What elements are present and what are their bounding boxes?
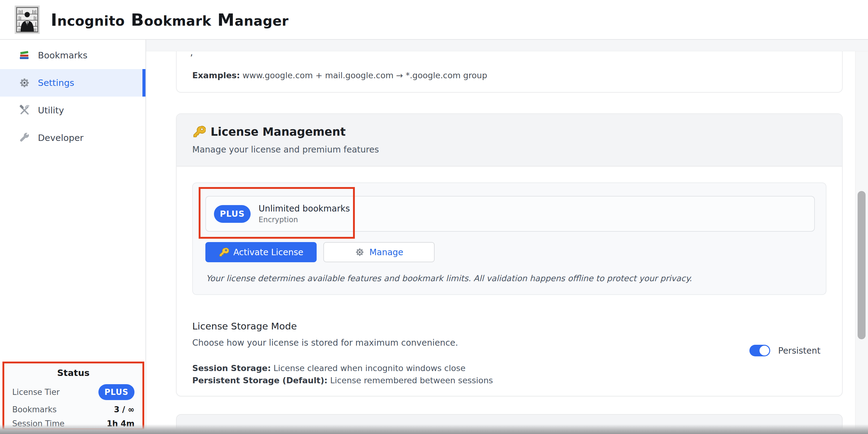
page-title: Incognito Bookmark Manager (51, 10, 293, 30)
sidebar-item-label: Settings (38, 78, 74, 88)
feature-subtitle: Encryption (258, 215, 350, 224)
title-initial: B (131, 10, 144, 30)
title-initial: M (217, 10, 235, 30)
license-buttons-row: Activate License Manage (206, 242, 435, 262)
app-logo (15, 5, 40, 34)
examples-label: Examples: (192, 71, 240, 80)
license-card-subtitle: Manage your license and premium features (192, 145, 842, 155)
vertical-scrollbar-thumb[interactable] (858, 191, 866, 339)
sidebar-item-label: Bookmarks (38, 50, 87, 61)
gear-icon (18, 76, 31, 90)
wrench-icon (18, 131, 31, 145)
manage-license-label: Manage (369, 247, 403, 257)
hammer-wrench-icon (18, 103, 31, 117)
activate-license-button[interactable]: Activate License (206, 242, 317, 262)
license-panel: PLUS Unlimited bookmarks Encryption Acti… (192, 183, 827, 295)
license-management-card: License Management Manage your license a… (176, 114, 843, 396)
persistent-storage-text: License remembered between sessions (328, 376, 493, 385)
bottom-edge-gradient (0, 424, 868, 434)
session-storage-text: License cleared when incognito windows c… (271, 363, 465, 373)
logo-art (17, 8, 37, 31)
title-rest: ookmark (144, 13, 211, 29)
persistent-storage-toggle[interactable] (749, 345, 770, 356)
scroll-top-band (146, 40, 868, 51)
key-icon (192, 125, 206, 138)
key-icon (219, 247, 229, 257)
title-rest: anager (235, 13, 288, 29)
sidebar: Bookmarks Settings (0, 40, 146, 434)
sidebar-item-utility[interactable]: Utility (0, 97, 146, 124)
sidebar-nav: Bookmarks Settings (0, 41, 146, 152)
license-features: Unlimited bookmarks Encryption (258, 204, 350, 224)
incognito-bookshelf-logo-image (16, 7, 38, 32)
books-icon (18, 49, 31, 62)
plus-tier-badge: PLUS (214, 205, 251, 223)
activate-license-label: Activate License (233, 247, 303, 257)
title-initial: I (51, 10, 57, 30)
bookmarks-count-label: Bookmarks (12, 405, 57, 414)
license-tier-label: License Tier (12, 388, 60, 397)
app-header: Incognito Bookmark Manager (0, 0, 868, 40)
status-title: Status (12, 368, 134, 378)
sidebar-item-label: Developer (38, 133, 84, 143)
storage-mode-heading: License Storage Mode (192, 320, 297, 332)
storage-mode-description: Choose how your license is stored for ma… (192, 338, 458, 348)
storage-toggle-row: Persistent (749, 345, 820, 356)
gear-icon (354, 247, 365, 257)
feature-title: Unlimited bookmarks (258, 204, 350, 214)
sidebar-item-bookmarks[interactable]: Bookmarks (0, 41, 146, 69)
main-content: , Examples: www.google.com + mail.google… (146, 40, 868, 434)
status-row-license-tier: License Tier PLUS (12, 384, 134, 400)
license-card-title-text: License Management (211, 125, 346, 138)
session-storage-line: Session Storage: License cleared when in… (192, 363, 465, 373)
status-row-bookmarks: Bookmarks 3 / ∞ (12, 405, 134, 414)
license-tier-badge: PLUS (98, 384, 134, 400)
sidebar-item-developer[interactable]: Developer (0, 124, 146, 152)
status-panel: Status License Tier PLUS Bookmarks 3 / ∞… (2, 362, 144, 430)
persistent-storage-line: Persistent Storage (Default): License re… (192, 376, 493, 385)
sidebar-item-label: Utility (38, 105, 64, 116)
manage-license-button[interactable]: Manage (323, 242, 435, 262)
license-card-header: License Management Manage your license a… (177, 114, 842, 166)
examples-value: www.google.com + mail.google.com → *.goo… (240, 71, 487, 80)
persistent-storage-label: Persistent Storage (Default): (192, 376, 328, 385)
bookmarks-count-value: 3 / ∞ (114, 405, 134, 414)
sidebar-item-settings[interactable]: Settings (0, 69, 146, 97)
vertical-scrollbar-track[interactable] (855, 51, 868, 434)
license-note: Your license determines available featur… (206, 274, 692, 283)
license-card-title: License Management (192, 125, 842, 138)
current-license-box: PLUS Unlimited bookmarks Encryption (206, 196, 815, 232)
toggle-knob (760, 346, 769, 355)
toggle-label: Persistent (778, 346, 820, 356)
title-rest: ncognito (57, 13, 125, 29)
session-storage-label: Session Storage: (192, 363, 271, 373)
examples-text: Examples: www.google.com + mail.google.c… (192, 71, 487, 80)
